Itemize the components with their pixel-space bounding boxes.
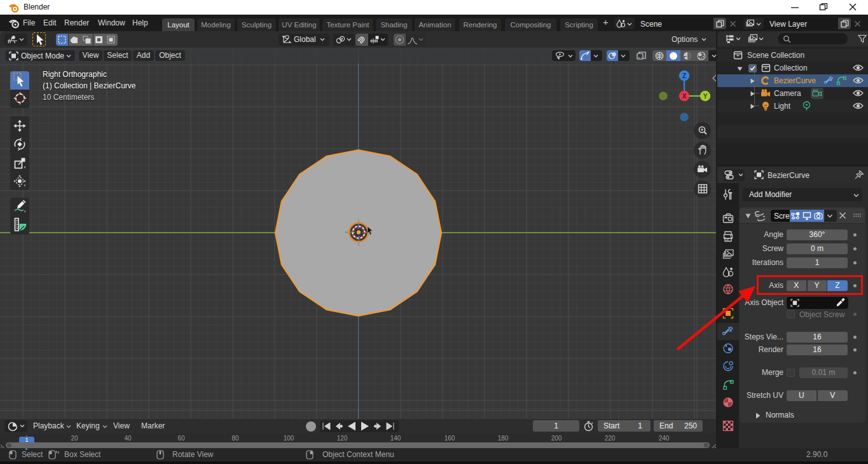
svg-text:X: X: [682, 93, 687, 100]
svg-text:Y: Y: [703, 93, 708, 100]
svg-text:Z: Z: [682, 72, 686, 79]
